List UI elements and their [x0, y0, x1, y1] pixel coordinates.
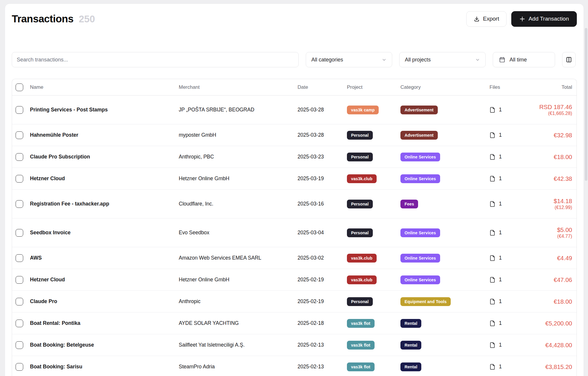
transaction-date: 2025-03-28: [298, 132, 347, 138]
row-checkbox[interactable]: [16, 200, 23, 208]
transaction-total: €18.00: [525, 298, 572, 305]
page-header: Transactions 250 Export Add Transaction: [12, 11, 577, 27]
transaction-merchant: AYDE SOLAR YACHTING: [179, 320, 298, 326]
project-badge[interactable]: Personal: [347, 131, 373, 140]
transaction-name[interactable]: Boat Rental: Pontika: [30, 320, 179, 326]
date-range-filter[interactable]: All time: [493, 52, 555, 67]
transaction-name[interactable]: Claude Pro Subscription: [30, 154, 179, 160]
category-badge[interactable]: Rental: [400, 362, 421, 371]
column-header-category[interactable]: Category: [400, 84, 490, 90]
transaction-name[interactable]: Boat Booking: Sarisu: [30, 364, 179, 370]
row-checkbox[interactable]: [16, 254, 23, 262]
category-badge[interactable]: Online Services: [400, 254, 440, 263]
project-badge[interactable]: Personal: [347, 228, 373, 237]
project-badge[interactable]: vas3k flot: [347, 341, 375, 350]
file-icon: [490, 107, 495, 113]
column-header-date[interactable]: Date: [298, 84, 347, 90]
category-badge[interactable]: Equipment and Tools: [400, 297, 451, 306]
row-checkbox[interactable]: [16, 320, 23, 327]
date-range-filter-value: All time: [510, 57, 527, 63]
select-all-checkbox[interactable]: [16, 83, 23, 91]
transaction-total: €4.49: [525, 254, 572, 262]
transaction-name[interactable]: Hetzner Cloud: [30, 176, 179, 182]
project-badge[interactable]: vas3k.club: [347, 174, 377, 183]
project-badge[interactable]: Personal: [347, 153, 373, 161]
row-checkbox[interactable]: [16, 131, 23, 139]
row-checkbox[interactable]: [16, 363, 23, 371]
row-checkbox[interactable]: [16, 153, 23, 161]
transaction-name[interactable]: Printing Services - Post Stamps: [30, 107, 179, 113]
category-badge[interactable]: Fees: [400, 200, 418, 208]
vertical-scrollbar[interactable]: [585, 28, 587, 181]
column-header-project[interactable]: Project: [347, 84, 400, 90]
table-row: Hetzner CloudHetzner Online GmbH2025-02-…: [12, 269, 577, 291]
row-checkbox[interactable]: [16, 298, 23, 305]
project-badge[interactable]: vas3k.club: [347, 254, 377, 263]
project-badge[interactable]: vas3k.club: [347, 275, 377, 284]
category-badge[interactable]: Online Services: [400, 153, 440, 161]
categories-filter[interactable]: All categories: [306, 52, 392, 67]
main-content-card: Transactions 250 Export Add Transaction: [5, 4, 584, 376]
row-checkbox[interactable]: [16, 106, 23, 114]
transaction-merchant: myposter GmbH: [179, 132, 298, 138]
transaction-name[interactable]: Claude Pro: [30, 298, 179, 305]
column-header-name[interactable]: Name: [30, 84, 179, 90]
table-row: Claude Pro SubscriptionAnthropic, PBC202…: [12, 146, 577, 168]
file-count: 1: [499, 107, 502, 113]
category-badge[interactable]: Advertisement: [400, 106, 438, 114]
transaction-name[interactable]: Hahnemühle Poster: [30, 132, 179, 138]
transaction-date: 2025-03-23: [298, 154, 347, 160]
transaction-merchant: SteamPro Adria: [179, 364, 298, 370]
row-checkbox[interactable]: [16, 229, 23, 237]
file-count: 1: [499, 277, 502, 283]
column-header-total[interactable]: Total: [525, 84, 577, 90]
project-badge[interactable]: vas3k flot: [347, 319, 375, 328]
transaction-total-converted: (€12.99): [525, 205, 572, 210]
table-row: AWSAmazon Web Services EMEA SARL2025-03-…: [12, 247, 577, 269]
row-checkbox[interactable]: [16, 276, 23, 284]
add-transaction-button[interactable]: Add Transaction: [511, 11, 577, 27]
transaction-name[interactable]: Hetzner Cloud: [30, 277, 179, 283]
transaction-name[interactable]: Registration Fee - taxhacker.app: [30, 201, 179, 207]
transaction-total: RSD 187.46: [525, 103, 572, 111]
file-count: 1: [499, 364, 502, 370]
category-badge[interactable]: Online Services: [400, 228, 440, 237]
search-input[interactable]: [17, 57, 294, 63]
category-badge[interactable]: Online Services: [400, 174, 440, 183]
transaction-merchant: JP „POŠTA SRBIJE“, BEOGRAD: [179, 107, 298, 113]
transaction-name[interactable]: Boat Booking: Betelgeuse: [30, 342, 179, 348]
row-checkbox[interactable]: [16, 175, 23, 183]
transaction-total: $14.18: [525, 197, 572, 205]
download-icon: [474, 16, 480, 22]
file-icon: [490, 364, 495, 370]
transaction-total: €18.00: [525, 153, 572, 161]
transaction-total: $5.00: [525, 226, 572, 234]
transactions-table: Name Merchant Date Project Category File…: [12, 79, 577, 376]
column-header-merchant[interactable]: Merchant: [179, 84, 298, 90]
transaction-name[interactable]: AWS: [30, 255, 179, 261]
column-settings-button[interactable]: [562, 52, 576, 67]
calendar-icon: [499, 56, 505, 63]
category-badge[interactable]: Advertisement: [400, 131, 438, 140]
transaction-merchant: Sailfleet Yat Isletmeciligi A.Ş.: [179, 342, 298, 348]
category-badge[interactable]: Rental: [400, 319, 421, 328]
transaction-date: 2025-03-02: [298, 255, 347, 261]
category-badge[interactable]: Rental: [400, 341, 421, 350]
category-badge[interactable]: Online Services: [400, 275, 440, 284]
file-icon: [490, 176, 495, 182]
project-badge[interactable]: Personal: [347, 297, 373, 306]
file-icon: [490, 154, 495, 160]
project-badge[interactable]: Personal: [347, 200, 373, 208]
project-badge[interactable]: vas3k flot: [347, 362, 375, 371]
export-button[interactable]: Export: [466, 11, 507, 27]
column-header-files[interactable]: Files: [490, 84, 525, 90]
file-count: 1: [499, 298, 502, 305]
transaction-name[interactable]: Seedbox Invoice: [30, 230, 179, 236]
file-count: 1: [499, 176, 502, 182]
transaction-merchant: Anthropic, PBC: [179, 154, 298, 160]
table-row: Printing Services - Post StampsJP „POŠTA…: [12, 96, 577, 124]
row-checkbox[interactable]: [16, 341, 23, 349]
projects-filter[interactable]: All projects: [399, 52, 486, 67]
project-badge[interactable]: vas3k camp: [347, 106, 379, 114]
file-count: 1: [499, 255, 502, 261]
